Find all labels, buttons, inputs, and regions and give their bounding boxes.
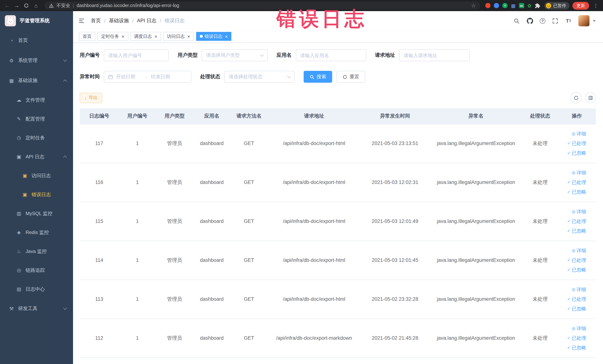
tab-schedule-log[interactable]: 调度日志×: [130, 32, 161, 41]
extensions-puzzle-icon[interactable]: [534, 3, 541, 8]
action-processed-link[interactable]: ✓已处理: [567, 294, 586, 304]
browser-reload-icon[interactable]: [23, 3, 30, 8]
font-size-icon[interactable]: TT: [565, 17, 572, 24]
process-status-select[interactable]: 请选择处理状态: [224, 71, 295, 83]
security-label[interactable]: 不安全: [56, 2, 70, 9]
sidebar-item-access-log[interactable]: ▣访问日志: [0, 166, 73, 185]
export-button-label: 导出: [89, 94, 97, 101]
sidebar-item-label: 文件管理: [26, 97, 45, 103]
user-type-select[interactable]: 请选择用户类型: [202, 49, 268, 61]
user-id-input[interactable]: [104, 49, 169, 61]
update-button[interactable]: 更新: [572, 2, 589, 10]
column-header-app: 应用名: [193, 108, 231, 124]
request-url-input[interactable]: [399, 49, 470, 61]
search-icon[interactable]: [513, 17, 520, 24]
action-label: 已处理: [572, 216, 586, 226]
extension-on-badge[interactable]: on: [519, 3, 524, 8]
action-processed-link[interactable]: ✓已处理: [567, 216, 586, 226]
row-actions: ◎详细✓已处理✓已忽略: [560, 207, 586, 236]
action-processed-link[interactable]: ✓已处理: [567, 255, 586, 265]
sidebar-item-infrastructure[interactable]: ▦基础设施: [0, 70, 73, 91]
sidebar-item-log-center[interactable]: ▤日志中心: [0, 280, 73, 299]
help-icon[interactable]: ?: [540, 18, 545, 23]
column-settings-button[interactable]: [585, 92, 596, 103]
app-logo-image: [5, 15, 16, 26]
filter-label-exception-time: 异常时间: [80, 73, 100, 80]
action-ignored-link[interactable]: ✓已忽略: [567, 187, 586, 197]
sidebar-item-label: 定时任务: [26, 134, 45, 141]
sidebar-item-file-management[interactable]: ☁文件管理: [0, 91, 73, 109]
range-separator: -: [143, 74, 151, 80]
action-ignored-link[interactable]: ✓已忽略: [567, 265, 586, 275]
export-button[interactable]: ↓ 导出: [80, 93, 102, 103]
action-processed-link[interactable]: ✓已处理: [567, 139, 586, 148]
bookmark-star-icon[interactable]: ☆: [471, 3, 476, 9]
screen: ← → ⌂ 不安全 | dashboard.yudao.iocoder.cn/i…: [0, 0, 603, 364]
search-button[interactable]: 搜索: [304, 71, 332, 83]
user-avatar[interactable]: [578, 15, 590, 26]
action-detail-link[interactable]: ◎详细: [572, 129, 586, 139]
action-ignored-link[interactable]: ✓已忽略: [567, 304, 586, 314]
action-ignored-link[interactable]: ✓已忽略: [567, 343, 586, 352]
extension-icon-4[interactable]: ▦: [511, 3, 516, 8]
url-text[interactable]: dashboard.yudao.iocoder.cn/infra/log/api…: [77, 3, 179, 8]
sidebar-item-scheduled-tasks[interactable]: ◷定时任务: [0, 128, 73, 147]
sidebar-item-home[interactable]: ◔首页: [0, 30, 73, 50]
tab-access-log[interactable]: 访问日志×: [163, 32, 194, 41]
sidebar-item-dev-tools[interactable]: ⚒研发工具: [0, 299, 73, 318]
extension-icon-6[interactable]: ✿: [527, 3, 532, 8]
action-ignored-link[interactable]: ✓已忽略: [567, 226, 586, 236]
column-header-time: 异常发生时间: [360, 108, 429, 124]
sidebar-item-redis-monitor[interactable]: ◈Redis 监控: [0, 223, 73, 242]
browser-menu-icon[interactable]: ⋮: [592, 3, 600, 9]
action-detail-link[interactable]: ◎详细: [572, 285, 586, 294]
sidebar-item-trace[interactable]: ◎链路追踪: [0, 261, 73, 280]
app-name-input[interactable]: [296, 49, 366, 61]
breadcrumb-item[interactable]: API 日志: [137, 17, 156, 24]
cell-actions: ◎详细✓已处理✓已忽略: [558, 241, 596, 280]
sidebar-toggle-icon[interactable]: [78, 17, 85, 24]
action-detail-link[interactable]: ◎详细: [572, 324, 586, 333]
action-ignored-link[interactable]: ✓已忽略: [567, 148, 586, 158]
extension-icon-2[interactable]: [494, 3, 499, 8]
sidebar-item-java-monitor[interactable]: ♨Java 监控: [0, 242, 73, 261]
breadcrumb-item[interactable]: 基础设施: [109, 17, 129, 24]
date-range-picker[interactable]: 开始日期 - 结束日期: [104, 71, 191, 83]
url-bar[interactable]: 不安全 | dashboard.yudao.iocoder.cn/infra/l…: [45, 1, 480, 10]
fullscreen-icon[interactable]: [552, 17, 559, 24]
sidebar-item-mysql-monitor[interactable]: ▥MySQL 监控: [0, 204, 73, 223]
refresh-button[interactable]: [570, 92, 581, 103]
sidebar-item-error-log[interactable]: ▣错误日志: [0, 185, 73, 204]
action-detail-link[interactable]: ◎详细: [572, 207, 586, 216]
filter-user-type: 用户类型 请选择用户类型: [178, 49, 268, 61]
browser-home-icon[interactable]: ⌂: [33, 3, 39, 8]
tab-error-log[interactable]: 错误日志×: [196, 32, 232, 41]
sidebar-item-system-management[interactable]: ⚙系统管理: [0, 50, 73, 70]
action-label: 详细: [577, 324, 586, 333]
breadcrumb-item[interactable]: 首页: [91, 17, 101, 24]
sidebar-item-config-management[interactable]: ✎配置管理: [0, 109, 73, 128]
tab-scheduled-tasks[interactable]: 定时任务×: [97, 32, 128, 41]
action-processed-link[interactable]: ✓已处理: [567, 177, 586, 187]
action-detail-link[interactable]: ◎详细: [572, 246, 586, 255]
close-icon[interactable]: ×: [187, 34, 190, 39]
profile-chip[interactable]: 已暂停: [544, 2, 569, 10]
browser-back-icon[interactable]: ←: [4, 3, 10, 8]
action-processed-link[interactable]: ✓已处理: [567, 333, 586, 343]
tab-home[interactable]: 首页: [79, 32, 95, 41]
extension-icon-1[interactable]: [486, 3, 491, 8]
sidebar-item-api-log[interactable]: ▣API 日志: [0, 147, 73, 166]
filter-form-row-1: 用户编号 用户类型 请选择用户类型 应用名: [80, 49, 596, 61]
search-button-label: 搜索: [317, 73, 326, 80]
browser-forward-icon[interactable]: →: [13, 3, 20, 8]
close-icon[interactable]: ×: [154, 34, 157, 39]
reset-button[interactable]: 重置: [337, 71, 365, 83]
row-actions: ◎详细✓已处理✓已忽略: [560, 246, 586, 275]
github-icon[interactable]: [526, 17, 533, 24]
extension-icon-3[interactable]: v: [502, 3, 508, 8]
close-icon[interactable]: ×: [225, 34, 228, 39]
action-detail-link[interactable]: ◎详细: [572, 168, 586, 177]
security-warning-icon[interactable]: [49, 3, 54, 8]
caret-down-icon[interactable]: [593, 20, 596, 22]
close-icon[interactable]: ×: [122, 34, 124, 39]
